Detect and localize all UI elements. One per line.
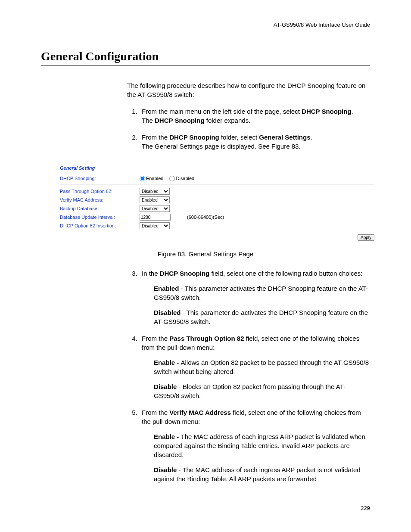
step1-text-pre: From the main menu on the left side of t…: [142, 108, 302, 115]
step4-enable-b: Enable -: [154, 359, 181, 366]
step2-post: .: [311, 134, 312, 141]
step3-enabled-b: Enabled: [154, 285, 179, 292]
step5-bold1: Verify MAC Address: [169, 409, 231, 416]
gs-panel-title: General Setting: [60, 164, 374, 173]
select-opt82ins[interactable]: Disabled: [140, 222, 170, 229]
step5-disable-b: Disable: [154, 466, 177, 473]
step1-line2b: DHCP Snooping: [155, 117, 205, 124]
step3-disabled-b: Disabled: [154, 309, 181, 316]
step4-disable-t: - Blocks an Option 82 packet from passin…: [154, 383, 346, 399]
step1-line2c: folder expands.: [205, 117, 251, 124]
radio-enabled-label[interactable]: Enabled: [140, 176, 163, 181]
step1-line2a: The: [142, 117, 155, 124]
step5-enable-t: The MAC address of each ingress ARP pack…: [154, 433, 365, 458]
step3-enabled-t: - This parameter activates the DHCP Snoo…: [154, 285, 368, 301]
step2-bold1: DHCP Snooping: [169, 134, 219, 141]
step5-disable-t: - The MAC address of each ingress ARP pa…: [154, 466, 361, 482]
step4-pre: From the: [142, 335, 169, 342]
step4-disable-b: Disable: [154, 383, 177, 390]
radio-disabled[interactable]: [169, 176, 175, 181]
step-4: From the Pass Through Option 82 field, s…: [139, 334, 370, 400]
step4-bold1: Pass Through Option 82: [169, 335, 244, 342]
step-5: From the Verify MAC Address field, selec…: [139, 408, 370, 483]
step-3: In the DHCP Snooping field, select one o…: [139, 269, 370, 326]
figure-83: General Setting DHCP Snooping: Enabled D…: [60, 164, 374, 241]
gs-label-dbinterval: Database Update Interval:: [60, 215, 140, 220]
step5-pre: From the: [142, 409, 169, 416]
step1-bold1: DHCP Snooping: [302, 108, 352, 115]
intro-paragraph: The following procedure describes how to…: [127, 81, 370, 99]
step3-disabled-t: - This parameter de-activates the DHCP S…: [154, 309, 368, 325]
input-dbinterval[interactable]: [140, 214, 171, 221]
step4-enable-t: Allows an Option 82 packet to be passed …: [154, 359, 369, 375]
gs-label-backupdb: Backup Database:: [60, 206, 140, 212]
select-verifymac[interactable]: Enabled: [140, 196, 170, 203]
gs-label-verifymac: Verify MAC Address:: [60, 197, 140, 203]
gs-label-snooping: DHCP Snooping:: [60, 176, 140, 181]
step3-post: field, select one of the following radio…: [209, 270, 362, 277]
step3-bold1: DHCP Snooping: [160, 270, 210, 277]
step2-line2: The General Settings page is displayed. …: [142, 143, 301, 150]
step3-pre: In the: [142, 270, 160, 277]
radio-enabled[interactable]: [140, 176, 145, 181]
radio-enabled-text: Enabled: [146, 176, 163, 181]
step2-mid: folder, select: [219, 134, 259, 141]
page-header: AT-GS950/8 Web Interface User Guide: [41, 22, 370, 28]
radio-disabled-label[interactable]: Disabled: [169, 176, 194, 181]
radio-disabled-text: Disabled: [176, 176, 194, 181]
select-backupdb[interactable]: Disabled: [140, 205, 170, 212]
gs-label-opt82ins: DHCP Option 82 Insertion:: [60, 223, 140, 229]
step2-bold2: General Settings: [259, 134, 310, 141]
step-1: From the main menu on the left side of t…: [139, 107, 370, 125]
gs-dbinterval-range: (600-86400)(Sec): [187, 215, 224, 220]
step-2: From the DHCP Snooping folder, select Ge…: [139, 133, 370, 151]
gs-label-passthrough: Pass Through Option 82:: [60, 189, 140, 194]
page-number: 229: [41, 505, 370, 511]
apply-button[interactable]: Apply: [358, 234, 374, 241]
step5-enable-b: Enable -: [154, 433, 181, 440]
step1-text-post1: .: [352, 108, 353, 115]
section-title: General Configuration: [41, 50, 370, 65]
figure-caption: Figure 83. General Settings Page: [41, 250, 370, 258]
select-passthrough[interactable]: Disabled: [140, 188, 170, 195]
step2-pre: From the: [142, 134, 169, 141]
